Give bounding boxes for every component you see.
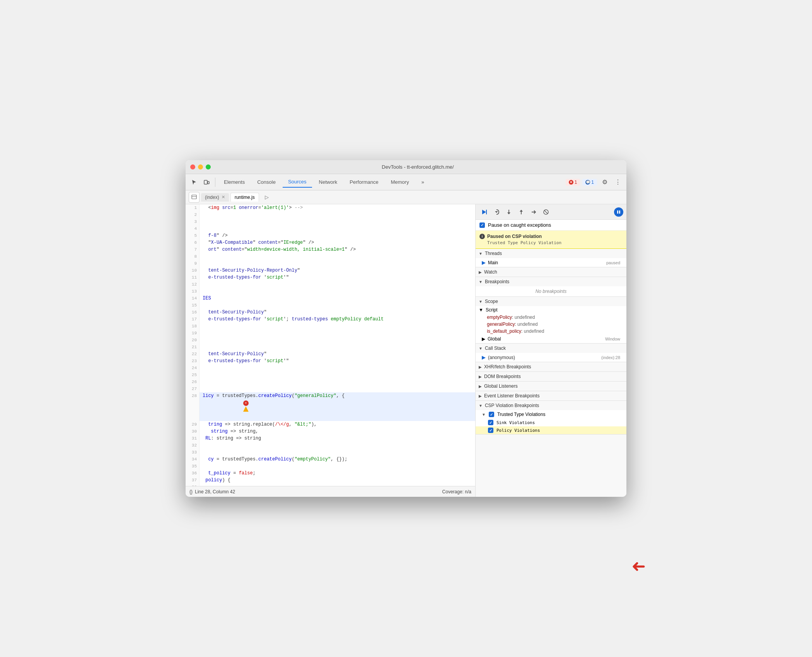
window-title: DevTools - tt-enforced.glitch.me/ <box>214 164 622 170</box>
breakpoints-triangle: ▼ <box>479 280 483 284</box>
dom-triangle: ▶ <box>479 375 482 379</box>
watch-header[interactable]: ▶ Watch <box>476 267 626 277</box>
xhr-breakpoints-header[interactable]: ▶ XHR/fetch Breakpoints <box>476 362 626 371</box>
call-stack-item-anon[interactable]: ▶ (anonymous) (index):28 <box>476 353 626 362</box>
step-out-button[interactable] <box>516 207 527 217</box>
code-line: 3 <box>186 218 475 225</box>
info-badge: 💬 1 <box>582 179 597 186</box>
event-listener-triangle: ▶ <box>479 394 482 398</box>
info-count: 1 <box>591 180 594 185</box>
csp-banner-title-text: Paused on CSP violation <box>487 234 542 239</box>
settings-icon[interactable]: ⚙ <box>599 177 610 188</box>
scope-prop-empty-policy-name: emptyPolicy <box>487 315 512 320</box>
tab-network[interactable]: Network <box>314 177 343 187</box>
scope-global-label: Global <box>488 336 501 342</box>
statusbar-right: Coverage: n/a <box>442 489 471 494</box>
global-listeners-header[interactable]: ▶ Global Listeners <box>476 382 626 391</box>
code-line: 20 <box>186 337 475 344</box>
deactivate-breakpoints-button[interactable] <box>541 207 551 217</box>
debug-toolbar <box>476 204 626 220</box>
step-into-button[interactable] <box>503 207 514 217</box>
maximize-button[interactable] <box>206 164 211 169</box>
file-nav-button[interactable] <box>189 192 200 203</box>
watch-label: Watch <box>484 269 497 275</box>
csp-trusted-type-violations: ▼ ✓ Trusted Type Violations <box>476 410 626 419</box>
tab-console[interactable]: Console <box>252 177 281 187</box>
csp-sink-violations-checkbox[interactable]: ✓ <box>488 420 493 425</box>
tab-elements[interactable]: Elements <box>218 177 250 187</box>
event-listener-breakpoints-label: Event Listener Breakpoints <box>484 393 539 399</box>
step-over-button[interactable] <box>491 207 502 217</box>
csp-violation-triangle: ▼ <box>479 404 483 408</box>
resume-button[interactable] <box>479 207 490 217</box>
file-tab-index[interactable]: (index) ✕ <box>201 193 229 202</box>
thread-main[interactable]: ▶ Main paused <box>476 258 626 267</box>
scope-global-item[interactable]: ▶ Global Window <box>476 335 626 343</box>
file-tab-run-button[interactable]: ▷ <box>262 193 271 202</box>
scope-header[interactable]: ▼ Scope <box>476 297 626 306</box>
svg-rect-2 <box>192 195 196 199</box>
devtools-window: DevTools - tt-enforced.glitch.me/ Elemen… <box>186 160 626 497</box>
scope-item-general-policy: generalPolicy: undefined <box>476 321 626 328</box>
right-panel: ✓ Pause on caught exceptions i Paused on… <box>476 204 626 497</box>
xhr-breakpoints-section: ▶ XHR/fetch Breakpoints <box>476 362 626 372</box>
code-line: 2 <box>186 211 475 218</box>
breakpoints-header[interactable]: ▼ Breakpoints <box>476 277 626 286</box>
close-button[interactable] <box>190 164 195 169</box>
pause-exceptions-checkbox[interactable]: ✓ <box>479 222 485 228</box>
csp-violation-breakpoints-section: ▼ CSP Violation Breakpoints ▼ ✓ Trusted … <box>476 401 626 435</box>
tab-performance[interactable]: Performance <box>344 177 384 187</box>
minimize-button[interactable] <box>198 164 203 169</box>
csp-sink-violations-label: Sink Violations <box>496 420 535 425</box>
call-stack-header[interactable]: ▼ Call Stack <box>476 344 626 353</box>
dom-breakpoints-section: ▶ DOM Breakpoints <box>476 372 626 382</box>
csp-policy-violations-checkbox[interactable]: ✓ <box>488 428 493 433</box>
scope-script-header[interactable]: ▼ Script <box>476 306 626 314</box>
threads-label: Threads <box>485 251 502 256</box>
toolbar: Elements Console Sources Network Perform… <box>186 174 626 190</box>
csp-trusted-type-triangle: ▼ <box>482 412 486 417</box>
scope-prop-is-default-name: is_default_policy <box>487 328 521 334</box>
tab-sources[interactable]: Sources <box>283 176 312 188</box>
svg-line-12 <box>544 210 548 214</box>
traffic-lights <box>190 164 211 169</box>
code-editor[interactable]: 1 <img src=1 onerror='alert(1)'> --> 2 3… <box>186 204 475 486</box>
toolbar-separator <box>215 178 215 187</box>
tab-memory[interactable]: Memory <box>386 177 415 187</box>
device-mode-icon[interactable] <box>201 177 212 188</box>
threads-header[interactable]: ▼ Threads <box>476 249 626 258</box>
pretty-print-button[interactable]: {} <box>189 489 193 494</box>
tab-more[interactable]: » <box>416 177 430 187</box>
pause-exceptions-section: ✓ Pause on caught exceptions <box>476 220 626 231</box>
event-listener-breakpoints-header[interactable]: ▶ Event Listener Breakpoints <box>476 391 626 400</box>
thread-main-status: paused <box>606 260 620 265</box>
csp-violation-breakpoints-header[interactable]: ▼ CSP Violation Breakpoints <box>476 401 626 410</box>
file-tab-runtime-label: runtime.js <box>235 195 255 200</box>
scope-script-triangle: ▼ <box>479 307 483 313</box>
thread-main-label: Main <box>488 260 498 265</box>
cursor-icon[interactable] <box>189 177 200 188</box>
code-line: 21 <box>186 344 475 351</box>
more-options-icon[interactable]: ⋮ <box>612 177 623 188</box>
dom-breakpoints-label: DOM Breakpoints <box>484 374 521 379</box>
threads-triangle: ▼ <box>479 252 483 256</box>
scope-label: Scope <box>485 299 498 304</box>
call-stack-section: ▼ Call Stack ▶ (anonymous) (index):28 <box>476 344 626 362</box>
file-tab-index-close[interactable]: ✕ <box>222 195 225 200</box>
right-panel-scroll[interactable]: ✓ Pause on caught exceptions i Paused on… <box>476 220 626 497</box>
scope-prop-general-policy-val: undefined <box>517 322 538 327</box>
svg-marker-10 <box>520 210 523 212</box>
step-button[interactable] <box>528 207 539 217</box>
statusbar: {} Line 28, Column 42 Coverage: n/a <box>186 486 475 497</box>
info-dot: 💬 <box>585 180 590 185</box>
thread-arrow-icon: ▶ <box>482 260 486 265</box>
file-tab-runtime[interactable]: runtime.js <box>230 193 259 202</box>
dom-breakpoints-header[interactable]: ▶ DOM Breakpoints <box>476 372 626 381</box>
watch-section: ▶ Watch <box>476 267 626 277</box>
code-panel: 1 <img src=1 onerror='alert(1)'> --> 2 3… <box>186 204 476 497</box>
csp-violations-content: ▼ ✓ Trusted Type Violations ✓ Sink Viola… <box>476 410 626 434</box>
call-stack-content: ▶ (anonymous) (index):28 <box>476 353 626 362</box>
csp-trusted-type-checkbox[interactable]: ✓ <box>489 412 494 417</box>
error-dot: ✕ <box>569 180 573 185</box>
no-breakpoints-text: No breakpoints <box>476 286 626 296</box>
